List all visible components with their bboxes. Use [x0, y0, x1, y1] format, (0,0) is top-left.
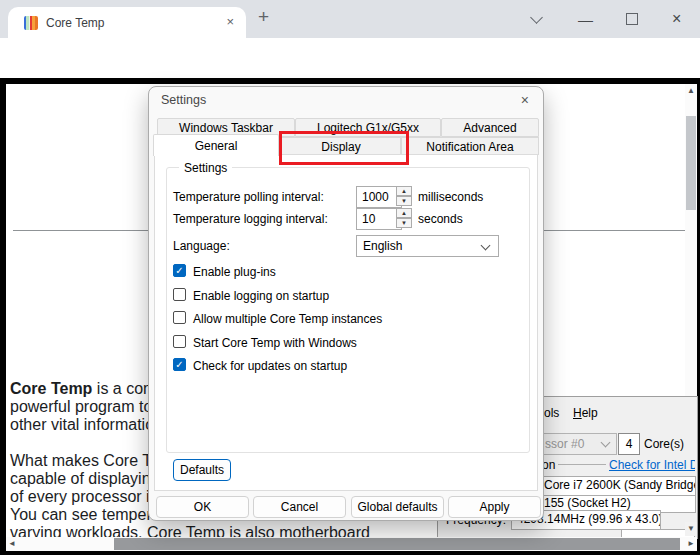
checkbox-multiple-instances-label[interactable]: Allow multiple Core Temp instances: [193, 312, 382, 326]
cpu-model-field: Core i7 2600K (Sandy Bridge): [521, 476, 696, 496]
horizontal-scrollbar-thumb[interactable]: [114, 538, 680, 550]
window-close-icon[interactable]: ×: [672, 0, 681, 38]
display-tab-annotation-box: [279, 131, 409, 165]
page-bold-core-temp: Core Temp: [10, 380, 92, 397]
apply-button[interactable]: Apply: [448, 496, 541, 518]
settings-dialog: Settings × Windows Taskbar Logitech G1x/…: [148, 86, 544, 521]
checkbox-enable-logging-label[interactable]: Enable logging on startup: [193, 289, 329, 303]
spin-down-icon[interactable]: ▼: [396, 218, 412, 228]
new-tab-icon[interactable]: +: [258, 6, 269, 28]
horizontal-scrollbar[interactable]: ◄ ►: [6, 537, 697, 551]
processor-select-text: ssor #0: [545, 437, 584, 451]
dialog-title: Settings: [161, 93, 206, 107]
tab-advanced[interactable]: Advanced: [441, 118, 539, 137]
settings-groupbox-label: Settings: [179, 161, 232, 175]
vertical-scrollbar-thumb[interactable]: [686, 116, 696, 210]
check-intel-link[interactable]: Check for Intel D: [609, 458, 695, 472]
chevron-down-icon: [481, 241, 491, 251]
checkbox-enable-logging[interactable]: [173, 288, 186, 301]
cores-label: Core(s): [644, 437, 684, 451]
chevron-down-icon: [601, 438, 611, 448]
checkbox-enable-plugins-label[interactable]: Enable plug-ins: [193, 265, 276, 279]
spin-up-icon[interactable]: ▲: [396, 186, 412, 196]
logging-interval-label: Temperature logging interval:: [173, 212, 328, 226]
scroll-up-icon[interactable]: ▲: [685, 84, 697, 97]
browser-toolbar: ← → alcpu.com/CoreTemp/ ☆ ⋮: [0, 38, 700, 78]
checkbox-enable-plugins[interactable]: ✓: [173, 264, 186, 277]
tab-notification-area[interactable]: Notification Area: [401, 137, 539, 155]
core-temp-favicon: [24, 16, 38, 30]
settings-groupbox: Settings: [166, 167, 530, 453]
checkbox-multiple-instances[interactable]: [173, 311, 186, 324]
ok-button[interactable]: OK: [156, 496, 249, 518]
cores-count-field: 4: [618, 433, 640, 455]
spin-up-icon[interactable]: ▲: [396, 208, 412, 218]
tab-search-icon[interactable]: [532, 0, 541, 38]
scroll-right-icon[interactable]: ►: [685, 537, 697, 551]
scroll-down-icon[interactable]: ▼: [685, 522, 697, 536]
page-text-line: other vital information: [10, 416, 163, 434]
groupbox-line: [558, 464, 606, 465]
tab-general[interactable]: General: [153, 134, 279, 156]
menu-help[interactable]: Help: [573, 406, 598, 420]
checkbox-check-updates-label[interactable]: Check for updates on startup: [193, 359, 347, 373]
global-defaults-button[interactable]: Global defaults: [351, 496, 444, 518]
minimize-icon[interactable]: —: [578, 0, 593, 38]
logging-unit-label: seconds: [418, 212, 463, 226]
maximize-icon[interactable]: [626, 0, 638, 38]
groupbox-fragment: on: [542, 458, 555, 472]
defaults-button[interactable]: Defaults: [173, 459, 231, 481]
spin-down-icon[interactable]: ▼: [396, 196, 412, 206]
language-select[interactable]: English: [356, 235, 499, 257]
down-arrow-glyph[interactable]: ▼: [685, 522, 697, 535]
cancel-button[interactable]: Cancel: [253, 496, 346, 518]
language-label: Language:: [173, 239, 230, 253]
checkbox-check-updates[interactable]: ✓: [173, 358, 186, 371]
tab-title: Core Temp: [46, 16, 104, 30]
browser-tab-strip: Core Temp × + — ×: [0, 0, 700, 38]
menu-help-rest: elp: [582, 406, 598, 420]
polling-unit-label: milliseconds: [418, 190, 483, 204]
browser-tab[interactable]: Core Temp ×: [8, 7, 246, 38]
logging-interval-spinner[interactable]: 10 ▲▼: [356, 208, 412, 230]
menu-tools-fragment[interactable]: ols: [544, 406, 559, 420]
checkbox-start-with-windows[interactable]: [173, 335, 186, 348]
screenshot-root: Core Temp × + — × ← → alcpu.com/CoreTemp…: [0, 0, 700, 555]
scroll-left-icon[interactable]: ◄: [6, 537, 18, 551]
language-value: English: [363, 239, 402, 253]
checkbox-start-with-windows-label[interactable]: Start Core Temp with Windows: [193, 336, 357, 350]
polling-interval-label: Temperature polling interval:: [173, 190, 324, 204]
polling-interval-spinner[interactable]: 1000 ▲▼: [356, 186, 412, 208]
tab-close-icon[interactable]: ×: [226, 14, 234, 29]
cpu-model-text: Core i7 2600K (Sandy Bridge): [522, 478, 696, 492]
dialog-close-icon[interactable]: ×: [521, 92, 529, 108]
